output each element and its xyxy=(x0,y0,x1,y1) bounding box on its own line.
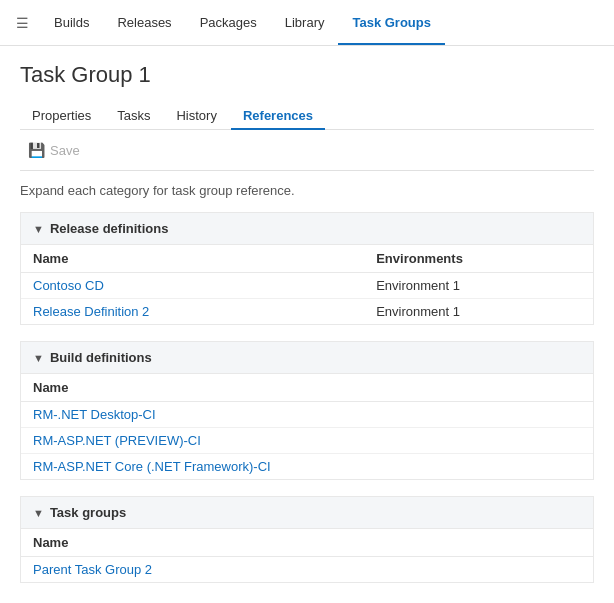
col-header-env-release: Environments xyxy=(364,245,593,273)
top-nav: ☰ Builds Releases Packages Library Task … xyxy=(0,0,614,46)
task-groups-list: Parent Task Group 2 xyxy=(21,557,593,582)
build-definitions-list: RM-.NET Desktop-CI RM-ASP.NET (PREVIEW)-… xyxy=(21,402,593,479)
task-groups-col-header-name: Name xyxy=(21,529,593,557)
nav-items: Builds Releases Packages Library Task Gr… xyxy=(40,0,445,45)
release-def-2[interactable]: Release Definition 2 xyxy=(21,299,364,325)
release-def-contoso-env: Environment 1 xyxy=(364,273,593,299)
tab-tasks[interactable]: Tasks xyxy=(105,102,162,129)
section-header-release-definitions[interactable]: ▼ Release definitions xyxy=(21,213,593,245)
build-def-col-header-name: Name xyxy=(21,374,593,402)
sub-tabs: Properties Tasks History References xyxy=(20,102,594,130)
list-item[interactable]: RM-.NET Desktop-CI xyxy=(21,402,593,428)
nav-item-releases[interactable]: Releases xyxy=(103,0,185,45)
section-label-build-definitions: Build definitions xyxy=(50,350,152,365)
table-row: Contoso CD Environment 1 xyxy=(21,273,593,299)
chevron-release-icon: ▼ xyxy=(33,223,44,235)
section-label-task-groups: Task groups xyxy=(50,505,126,520)
section-release-definitions: ▼ Release definitions Name Environments … xyxy=(20,212,594,325)
chevron-build-icon: ▼ xyxy=(33,352,44,364)
nav-item-taskgroups[interactable]: Task Groups xyxy=(338,0,445,45)
nav-item-packages[interactable]: Packages xyxy=(186,0,271,45)
release-def-contoso[interactable]: Contoso CD xyxy=(21,273,364,299)
nav-item-library[interactable]: Library xyxy=(271,0,339,45)
tab-properties[interactable]: Properties xyxy=(20,102,103,129)
main-content: Task Group 1 Properties Tasks History Re… xyxy=(0,46,614,603)
save-icon: 💾 xyxy=(28,142,45,158)
list-item[interactable]: Parent Task Group 2 xyxy=(21,557,593,582)
col-header-name-release: Name xyxy=(21,245,364,273)
section-header-task-groups[interactable]: ▼ Task groups xyxy=(21,497,593,529)
tab-history[interactable]: History xyxy=(164,102,228,129)
page-title: Task Group 1 xyxy=(20,62,594,88)
table-row: Release Definition 2 Environment 1 xyxy=(21,299,593,325)
section-build-definitions: ▼ Build definitions Name RM-.NET Desktop… xyxy=(20,341,594,480)
section-task-groups: ▼ Task groups Name Parent Task Group 2 xyxy=(20,496,594,583)
list-item[interactable]: RM-ASP.NET Core (.NET Framework)-CI xyxy=(21,454,593,479)
save-button[interactable]: 💾 Save xyxy=(20,138,88,162)
release-def-2-env: Environment 1 xyxy=(364,299,593,325)
section-label-release-definitions: Release definitions xyxy=(50,221,168,236)
section-header-build-definitions[interactable]: ▼ Build definitions xyxy=(21,342,593,374)
description-text: Expand each category for task group refe… xyxy=(20,183,594,198)
nav-toggle[interactable]: ☰ xyxy=(10,11,34,35)
list-item[interactable]: RM-ASP.NET (PREVIEW)-CI xyxy=(21,428,593,454)
nav-item-builds[interactable]: Builds xyxy=(40,0,103,45)
toolbar: 💾 Save xyxy=(20,130,594,171)
release-definitions-table: Name Environments Contoso CD Environment… xyxy=(21,245,593,324)
table-header-row: Name Environments xyxy=(21,245,593,273)
save-label: Save xyxy=(50,143,80,158)
chevron-taskgroups-icon: ▼ xyxy=(33,507,44,519)
tab-references[interactable]: References xyxy=(231,102,325,129)
